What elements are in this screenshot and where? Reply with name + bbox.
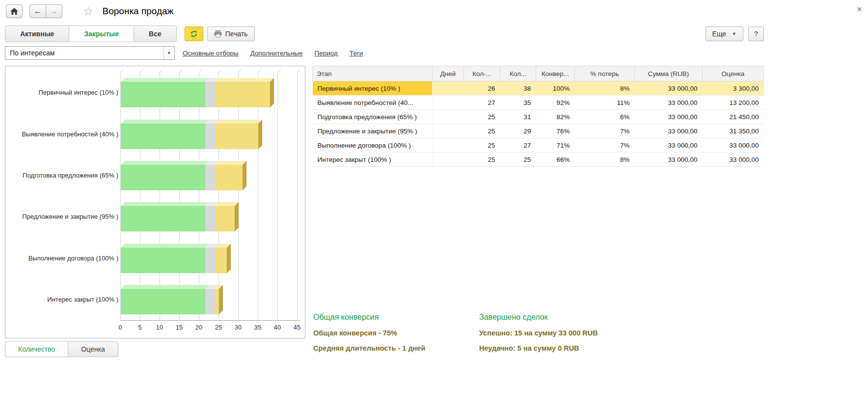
more-label: Еще — [712, 30, 727, 38]
forward-button[interactable]: → — [46, 4, 62, 18]
column-header-0[interactable]: Этап — [313, 66, 433, 81]
column-header-5[interactable]: % потерь — [575, 66, 635, 81]
overall-conversion-block: Общая конверсия Общая конверсия - 75%Сре… — [313, 313, 479, 352]
bar-segment-remaining — [215, 289, 219, 314]
cell — [433, 124, 464, 138]
funnel-bar[interactable] — [121, 206, 235, 231]
table-row[interactable]: Первичный интерес (10% )2638100%8%33 000… — [313, 81, 764, 96]
cell — [433, 138, 464, 153]
stat-line: Средняя длительность - 1 дней — [313, 344, 479, 352]
link-period[interactable]: Период — [315, 50, 338, 57]
gridline — [199, 72, 199, 320]
refresh-button[interactable] — [185, 26, 203, 41]
cell: 25 — [500, 153, 536, 167]
filter-links: Основные отборыДополнительныеПериодТеги — [183, 50, 363, 57]
back-button[interactable]: ← — [29, 4, 46, 18]
cell: 76% — [536, 124, 575, 138]
link-additional-filters[interactable]: Дополнительные — [250, 50, 303, 57]
cell: 33 000,00 — [703, 138, 764, 153]
column-header-3[interactable]: Кол... — [500, 66, 536, 81]
bar-segment-base — [121, 165, 205, 190]
x-axis-line — [120, 320, 300, 321]
cell — [433, 153, 464, 167]
bar-segment-transition — [205, 206, 215, 231]
column-header-1[interactable]: Дней — [433, 66, 464, 81]
cell: 33 000,00 — [635, 124, 703, 138]
bar-segment-base — [121, 206, 205, 231]
stat-line: Неудачно: 5 на сумму 0 RUB — [479, 344, 598, 352]
x-tick-label: 15 — [172, 324, 187, 331]
chevron-down-icon: ▼ — [732, 31, 736, 36]
cell: 8% — [575, 153, 635, 167]
completed-deals-title: Завершено сделок — [479, 313, 598, 322]
x-tick-label: 0 — [113, 324, 128, 331]
cell: 66% — [536, 153, 575, 167]
more-button[interactable]: Еще ▼ — [705, 26, 743, 41]
cell: 33 000,00 — [703, 153, 764, 167]
funnel-bar[interactable] — [121, 165, 243, 190]
favorite-star-icon[interactable]: ☆ — [83, 5, 94, 17]
funnel-bar[interactable] — [121, 248, 227, 273]
print-button[interactable]: Печать — [207, 26, 255, 41]
link-main-filters[interactable]: Основные отборы — [183, 50, 239, 57]
column-header-4[interactable]: Конвер... — [536, 66, 575, 81]
view-tabs: АктивныеЗакрытыеВсе — [5, 26, 177, 42]
table-row[interactable]: Выполнение договора (100% )252771%7%33 0… — [313, 138, 764, 153]
cell: 33 000,00 — [635, 153, 703, 167]
stat-line: Успешно: 15 на сумму 33 000 RUB — [479, 329, 598, 337]
bar-segment-transition — [205, 248, 215, 273]
gridline — [277, 72, 278, 320]
cell: Интерес закрыт (100% ) — [313, 153, 433, 167]
cell: 71% — [536, 138, 575, 153]
cell: 13 200,00 — [703, 96, 764, 110]
table-row[interactable]: Интерес закрыт (100% )252566%8%33 000,00… — [313, 153, 764, 167]
gridline — [120, 72, 121, 320]
table-head: ЭтапДнейКол-...Кол...Конвер...% потерьСу… — [313, 66, 764, 81]
x-tick-label: 25 — [211, 324, 226, 331]
toggle-quantity[interactable]: Количество — [5, 341, 68, 357]
cell: 11% — [575, 96, 635, 110]
bar-segment-remaining — [215, 165, 243, 190]
view-mode-select[interactable]: По интересам ▼ — [5, 46, 175, 60]
cell: 31 350,00 — [703, 124, 764, 138]
link-tags[interactable]: Теги — [350, 50, 363, 57]
table-row[interactable]: Подготовка предложения (65% )253182%6%33… — [313, 110, 764, 124]
toggle-estimate[interactable]: Оценка — [68, 341, 118, 357]
tab-all[interactable]: Все — [134, 26, 177, 42]
cell: Подготовка предложения (65% ) — [313, 110, 433, 124]
bar-segment-base — [121, 248, 205, 273]
chart-toggle: КоличествоОценка — [5, 341, 305, 357]
column-header-7[interactable]: Оценка — [703, 66, 764, 81]
close-icon[interactable]: × — [857, 4, 862, 15]
tab-active[interactable]: Активные — [5, 26, 69, 42]
x-tick-label: 5 — [133, 324, 147, 331]
cell: 35 — [500, 96, 536, 110]
funnel-bar[interactable] — [121, 124, 258, 149]
tab-closed[interactable]: Закрытые — [69, 26, 134, 42]
table-body: Первичный интерес (10% )2638100%8%33 000… — [313, 81, 764, 167]
forward-arrow-icon: → — [50, 7, 58, 16]
combo-arrow-icon[interactable]: ▼ — [163, 47, 174, 59]
top-bar: ← → ☆ Воронка продаж × — [0, 0, 868, 23]
help-button[interactable]: ? — [748, 26, 764, 41]
stat-line: Общая конверсия - 75% — [313, 329, 479, 337]
column-header-6[interactable]: Сумма (RUB) — [635, 66, 703, 81]
page-title: Воронка продаж — [103, 6, 174, 17]
print-label: Печать — [225, 30, 248, 38]
cell: 33 000,00 — [635, 96, 703, 110]
category-label: Первичный интерес (10% ) — [7, 89, 118, 96]
table-row[interactable]: Предложение и закрытие (95% )252976%7%33… — [313, 124, 764, 138]
cell: 31 — [500, 110, 536, 124]
bar-segment-base — [121, 124, 205, 149]
funnel-bar[interactable] — [121, 82, 270, 107]
funnel-bar[interactable] — [121, 289, 219, 314]
filter-row: По интересам ▼ Основные отборыДополнител… — [0, 45, 868, 65]
home-button[interactable] — [6, 4, 23, 18]
column-header-2[interactable]: Кол-... — [464, 66, 500, 81]
cell: 33 000,00 — [635, 81, 703, 96]
cell: 3 300,00 — [703, 81, 764, 96]
table-row[interactable]: Выявление потребностей (40...273592%11%3… — [313, 96, 764, 110]
main-area: 051015202530354045Первичный интерес (10%… — [0, 65, 868, 358]
cell: Выполнение договора (100% ) — [313, 138, 433, 153]
chart-column: 051015202530354045Первичный интерес (10%… — [5, 66, 305, 357]
